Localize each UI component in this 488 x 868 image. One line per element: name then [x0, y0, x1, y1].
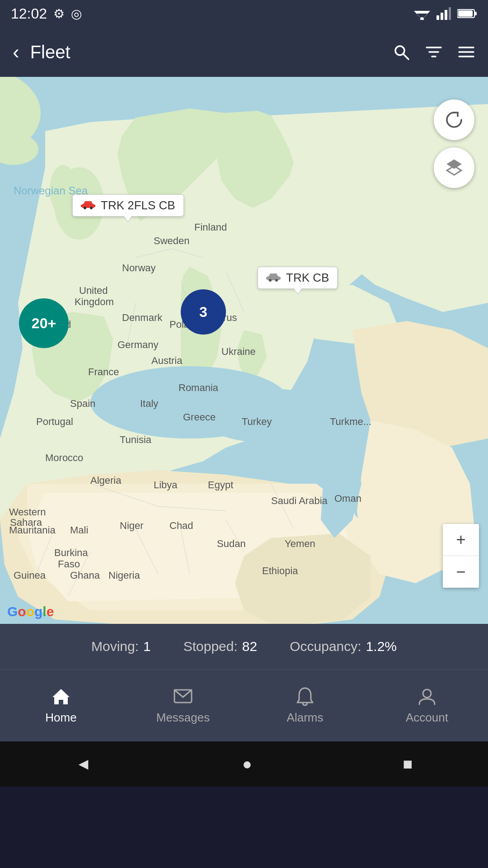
search-icon[interactable] — [392, 43, 410, 61]
svg-text:Morocco: Morocco — [45, 452, 83, 463]
svg-text:Kingdom: Kingdom — [75, 296, 114, 307]
account-label: Account — [406, 711, 448, 725]
svg-point-93 — [423, 689, 431, 698]
car-icon-gray — [266, 271, 281, 285]
svg-rect-91 — [278, 277, 281, 279]
at-icon: ◎ — [71, 6, 82, 21]
nav-item-alarms[interactable]: Alarms — [244, 686, 366, 725]
settings-icon: ⚙ — [53, 6, 65, 21]
zoom-in-button[interactable]: + — [443, 524, 479, 556]
svg-point-89 — [275, 279, 278, 282]
svg-text:Ukraine: Ukraine — [221, 346, 256, 357]
status-bar: 12:02 ⚙ ◎ — [0, 0, 488, 27]
svg-rect-3 — [436, 15, 439, 20]
zoom-out-button[interactable]: − — [443, 556, 479, 588]
svg-text:United: United — [79, 285, 108, 296]
vehicle-callout-trkcb[interactable]: TRK CB — [258, 267, 338, 289]
signal-icon — [436, 7, 451, 20]
svg-rect-85 — [81, 205, 83, 207]
stopped-label: Stopped: — [183, 639, 238, 654]
zoom-controls: + − — [443, 524, 479, 588]
refresh-button[interactable] — [434, 99, 474, 140]
menu-icon[interactable] — [457, 43, 475, 61]
svg-point-83 — [84, 207, 86, 209]
nav-item-account[interactable]: Account — [366, 686, 488, 725]
svg-text:Ghana: Ghana — [70, 570, 100, 581]
svg-rect-6 — [449, 7, 451, 20]
wifi-icon — [414, 7, 430, 20]
cluster-20-plus[interactable]: 20+ — [19, 298, 69, 348]
svg-rect-8 — [474, 12, 477, 15]
map-background: Norwegian Sea Sweden Finland Norway Unit… — [0, 77, 488, 624]
svg-text:Sweden: Sweden — [154, 235, 190, 246]
stopped-stat: Stopped: 82 — [167, 639, 273, 654]
nav-item-home[interactable]: Home — [0, 686, 122, 725]
messages-icon — [173, 686, 193, 707]
svg-text:Romania: Romania — [178, 382, 219, 393]
svg-text:Saudi Arabia: Saudi Arabia — [271, 495, 328, 506]
svg-rect-90 — [266, 277, 268, 279]
map-area[interactable]: Norwegian Sea Sweden Finland Norway Unit… — [0, 77, 488, 624]
svg-text:Yemen: Yemen — [285, 538, 315, 549]
stats-bar: Moving: 1 Stopped: 82 Occupancy: 1.2% — [0, 624, 488, 669]
alarms-label: Alarms — [287, 711, 324, 725]
svg-text:Turkme...: Turkme... — [330, 416, 371, 427]
svg-rect-4 — [441, 13, 443, 20]
layers-button[interactable] — [434, 147, 474, 188]
alarms-icon — [295, 686, 315, 707]
bottom-nav: Home Messages Alarms Account — [0, 669, 488, 741]
svg-text:Portugal: Portugal — [36, 416, 73, 427]
nav-item-messages[interactable]: Messages — [122, 686, 244, 725]
svg-text:Denmark: Denmark — [122, 312, 163, 323]
system-nav-bar: ◄ ● ■ — [0, 741, 488, 787]
system-home-button[interactable]: ● — [242, 755, 252, 774]
status-time: 12:02 — [11, 5, 47, 22]
svg-rect-5 — [445, 10, 447, 20]
svg-text:Mauritania: Mauritania — [9, 524, 56, 536]
svg-text:Faso: Faso — [58, 558, 80, 570]
moving-value: 1 — [143, 639, 151, 654]
filter-icon[interactable] — [425, 43, 443, 61]
home-icon — [51, 686, 71, 707]
svg-text:Niger: Niger — [120, 520, 144, 531]
home-label: Home — [45, 711, 76, 725]
vehicle-label-trkcb: TRK CB — [286, 271, 329, 285]
occupancy-value: 1.2% — [366, 639, 397, 654]
moving-label: Moving: — [91, 639, 139, 654]
svg-text:Algeria: Algeria — [90, 475, 122, 486]
occupancy-label: Occupancy: — [290, 639, 361, 654]
moving-stat: Moving: 1 — [75, 639, 167, 654]
system-back-button[interactable]: ◄ — [75, 755, 92, 774]
svg-text:Austria: Austria — [151, 355, 183, 366]
svg-text:France: France — [88, 366, 119, 377]
stopped-value: 82 — [242, 639, 257, 654]
vehicle-callout-trk2fls[interactable]: TRK 2FLS CB — [72, 194, 184, 217]
messages-label: Messages — [156, 711, 210, 725]
svg-text:Spain: Spain — [70, 398, 95, 409]
svg-text:Mali: Mali — [70, 524, 88, 536]
svg-line-11 — [403, 54, 408, 59]
svg-text:Sudan: Sudan — [217, 538, 246, 549]
google-logo: Google — [7, 604, 54, 619]
svg-text:Burkina: Burkina — [54, 547, 88, 558]
back-button[interactable]: ‹ — [13, 42, 19, 62]
app-bar: ‹ Fleet — [0, 27, 488, 77]
svg-point-84 — [90, 207, 93, 209]
svg-text:Ethiopia: Ethiopia — [262, 565, 298, 576]
map-controls — [434, 99, 474, 188]
app-bar-actions — [392, 43, 475, 61]
battery-icon — [457, 8, 477, 19]
svg-text:Finland: Finland — [194, 222, 227, 233]
svg-text:Tunisia: Tunisia — [120, 434, 152, 445]
svg-text:Chad: Chad — [169, 520, 193, 531]
svg-rect-82 — [82, 204, 94, 208]
svg-text:Guinea: Guinea — [14, 570, 46, 581]
car-icon-red — [81, 198, 95, 212]
svg-text:Turkey: Turkey — [242, 416, 272, 427]
svg-text:Italy: Italy — [140, 398, 158, 409]
svg-text:Nigeria: Nigeria — [108, 570, 140, 581]
cluster-3[interactable]: 3 — [181, 289, 226, 335]
svg-rect-9 — [458, 10, 473, 17]
account-icon — [417, 686, 437, 707]
system-recent-button[interactable]: ■ — [403, 755, 413, 774]
